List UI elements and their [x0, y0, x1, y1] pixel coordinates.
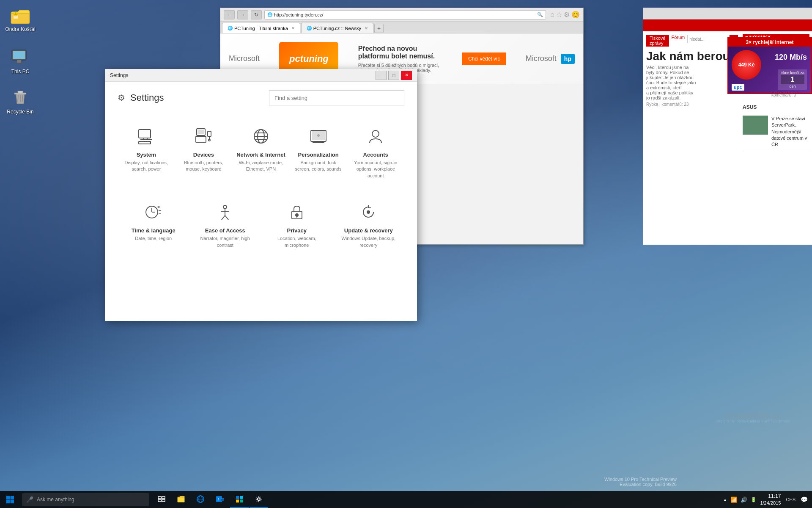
settings-ease-icon: [213, 200, 237, 224]
desktop-icon-user[interactable]: Ondra Košťál: [3, 4, 37, 33]
svg-line-11: [18, 95, 18, 102]
asus-logo: ASUS: [743, 103, 809, 111]
settings-title: Settings: [130, 92, 164, 103]
browser-new-tab-btn[interactable]: +: [374, 24, 384, 33]
settings-taskbar-icon: [255, 495, 263, 503]
taskbar-store-btn[interactable]: [230, 491, 249, 508]
settings-minimize-btn[interactable]: —: [376, 71, 387, 80]
browser-tab-1-label: PCTuning - Titulní stranka: [234, 26, 288, 31]
tray-clock[interactable]: 11:17 1/24/2015: [760, 493, 781, 506]
ad-cta-btn[interactable]: Chci vědět víc: [462, 52, 506, 65]
browser-tab-2[interactable]: 🌐 PCTuning.cz :: Newsky ✕: [301, 23, 373, 33]
tray-network-icon[interactable]: 📶: [730, 497, 737, 503]
taskbar-outlook-btn[interactable]: [211, 491, 229, 508]
user-icon-label: Ondra Košťál: [5, 26, 35, 33]
browser-forward-btn[interactable]: →: [237, 10, 248, 19]
settings-item-ease[interactable]: Ease of Access Narrator, magnifier, high…: [189, 194, 261, 255]
settings-update-desc: Windows Update, backup, recovery: [337, 235, 401, 248]
settings-item-update[interactable]: Update & recovery Windows Update, backup…: [333, 194, 405, 255]
browser-tab-2-close[interactable]: ✕: [365, 26, 368, 30]
settings-item-network[interactable]: Network & Internet Wi-Fi, airplane mode,…: [232, 118, 290, 185]
browser-tabs: 🌐 PCTuning - Titulní stranka ✕ 🌐 PCTunin…: [220, 22, 583, 33]
svg-point-33: [372, 130, 379, 137]
store-icon: [235, 495, 244, 503]
news-text-5: a extrémisti, kteří: [646, 85, 737, 90]
tray-time-display: 11:17: [760, 493, 781, 500]
tray-notification-icon[interactable]: 💬: [801, 496, 808, 503]
forum-tab[interactable]: Fórum: [672, 35, 685, 47]
settings-time-icon: [142, 200, 165, 224]
settings-item-privacy[interactable]: Privacy Location, webcam, microphone: [261, 194, 333, 255]
breaking-news-tab[interactable]: Tiskové zprávy: [646, 35, 669, 47]
upc-price: 449 Kč: [738, 62, 755, 67]
settings-close-btn[interactable]: ✕: [401, 71, 412, 80]
start-button[interactable]: [0, 491, 20, 508]
settings-window: Settings — □ ✕ ⚙ Settings: [105, 69, 417, 321]
tray-battery-icon[interactable]: 🔋: [751, 497, 757, 502]
svg-point-23: [208, 139, 210, 141]
browser-home-btn[interactable]: ⌂: [550, 11, 554, 19]
recyclebin-icon: [10, 87, 30, 107]
explorer-icon: [177, 495, 185, 503]
svg-rect-54: [178, 498, 184, 502]
settings-item-personalization[interactable]: Personalization Background, lock screen,…: [290, 118, 347, 185]
settings-maximize-btn[interactable]: □: [388, 71, 399, 80]
desktop-icon-thispc[interactable]: This PC: [3, 47, 37, 75]
svg-rect-52: [158, 500, 161, 502]
svg-rect-50: [158, 497, 161, 499]
taskbar-search-bar[interactable]: 🎤 Ask me anything: [22, 493, 149, 506]
svg-rect-21: [208, 131, 211, 136]
upc-speed-value: 120 Mb/s: [775, 53, 807, 62]
tray-arrow-icon[interactable]: ▲: [723, 497, 727, 502]
settings-item-accounts[interactable]: Accounts Your account, sign-in options, …: [347, 118, 404, 185]
settings-item-system[interactable]: System Display, notifications, search, p…: [118, 118, 175, 185]
browser-back-btn[interactable]: ←: [224, 10, 235, 19]
taskbar-explorer-btn[interactable]: [172, 491, 190, 508]
settings-update-name: Update & recovery: [344, 227, 393, 234]
news-search-input[interactable]: [687, 35, 730, 43]
microsoft-logo: Microsoft: [229, 54, 260, 63]
news-thumb-2: [743, 116, 768, 135]
thispc-icon-label: This PC: [11, 69, 30, 75]
settings-item-devices[interactable]: Devices Bluetooth, printers, mouse, keyb…: [175, 118, 233, 185]
svg-line-13: [22, 95, 23, 102]
upc-ad-content: 449 Kč 120 Mb/s Akce končí za 1 den upc: [728, 47, 811, 93]
svg-point-37: [223, 205, 227, 209]
upc-timer: Akce končí za 1 den: [778, 69, 807, 90]
browser-settings-btn[interactable]: ⚙: [564, 11, 570, 19]
microsoft-text: Microsoft: [526, 54, 557, 63]
svg-rect-20: [196, 136, 206, 142]
address-bar[interactable]: 🌐 http://pctuning.tyden.cz/ 🔍: [264, 10, 546, 19]
tray-volume-icon[interactable]: 🔊: [741, 497, 747, 503]
settings-system-desc: Display, notifications, search, power: [122, 160, 171, 173]
tray-date-display: 1/24/2015: [760, 500, 781, 506]
browser-refresh-btn[interactable]: ↻: [251, 10, 262, 19]
settings-network-icon: [249, 124, 273, 148]
settings-titlebar-text: Settings: [110, 72, 128, 78]
settings-grid-row1: System Display, notifications, search, p…: [118, 118, 404, 185]
settings-system-icon: [134, 124, 158, 148]
ad-text: Přechod na novou platformu bolet nemusí.…: [358, 45, 443, 73]
settings-header: ⚙ Settings: [118, 90, 404, 105]
browser-star-btn[interactable]: ☆: [556, 11, 562, 19]
settings-item-time[interactable]: Time & language Date, time, region: [118, 194, 189, 255]
news-text-2: byly drony. Pokud se: [646, 70, 737, 75]
settings-search-input[interactable]: [269, 90, 404, 105]
news-text: Věcí, kterou jsme na: [646, 65, 737, 70]
watermark-text: GTGRAPHICS.DE: [716, 413, 791, 419]
browser-tab-1-close[interactable]: ✕: [291, 26, 295, 30]
browser-tab-1[interactable]: 🌐 PCTuning - Titulní stranka ✕: [222, 23, 300, 33]
build-number-text: Evaluation copy. Build 9926: [604, 482, 677, 487]
recyclebin-icon-label: Recycle Bin: [7, 109, 33, 116]
settings-accounts-name: Accounts: [363, 152, 388, 158]
desktop-icon-recyclebin[interactable]: Recycle Bin: [3, 87, 37, 116]
browser-search-btn[interactable]: 🔍: [537, 12, 543, 17]
browser-emoji-btn[interactable]: 😊: [571, 11, 580, 19]
settings-devices-name: Devices: [193, 152, 214, 158]
taskbar-taskview-btn[interactable]: [152, 491, 171, 508]
news-item-2[interactable]: V Praze se staví ServerPark. Nejmoderněj…: [743, 113, 809, 151]
right-browser-tabs: [643, 8, 812, 19]
news-text-6: a přijímejí naše politiky: [646, 90, 737, 95]
taskbar-ie-btn[interactable]: [191, 491, 210, 508]
taskbar-settings-btn[interactable]: [250, 491, 268, 508]
